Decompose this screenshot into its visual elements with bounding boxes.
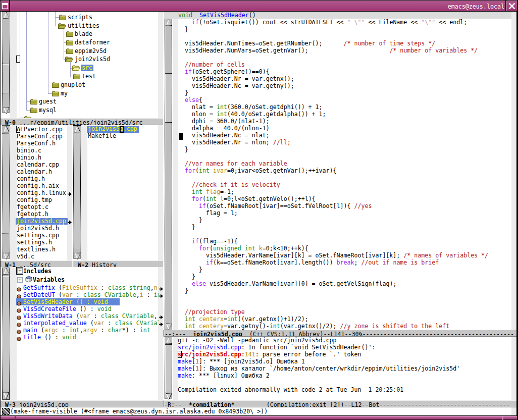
source-file-ParseConf.h[interactable]: ParseConf.h xyxy=(17,140,56,147)
method-item-5[interactable]: interpolated_value (var : class CVarial xyxy=(23,320,159,327)
output-line-2[interactable]: src/join2vis5d.cpp:141: parse error befo… xyxy=(178,351,460,358)
tree-item-test[interactable]: test xyxy=(81,73,97,80)
code-line-13[interactable]: nlon = int(40.0/oSet.getdalpha()) + 1; xyxy=(178,111,488,118)
code-line-10[interactable]: } xyxy=(178,89,488,96)
method-item-0[interactable]: GetSuffix (FileSuffix : class string,nl xyxy=(23,285,159,291)
compilation-window[interactable]: g++ -c -O2 -Wall -pedantic src/join2vis5… xyxy=(163,337,511,400)
echo-area[interactable]: (make-frame-visible (#<frame emacs@zeus.… xyxy=(1,407,511,415)
compilation-output[interactable]: g++ -c -O2 -Wall -pedantic src/join2vis5… xyxy=(178,337,460,393)
output-line-7[interactable]: Compilation exited abnormally with code … xyxy=(178,386,460,393)
tree-scrollbar-thumb[interactable] xyxy=(3,64,9,93)
editor-scrollbar-thumb[interactable] xyxy=(165,73,172,123)
tree-item-utilities[interactable]: utilities xyxy=(67,23,100,29)
code-line-39[interactable] xyxy=(178,294,488,301)
methods-group-variables[interactable]: Variables xyxy=(33,277,65,283)
history-item-join2vis5d.cpp[interactable]: join2vis5d.cpp xyxy=(87,126,139,133)
code-line-26[interactable]: if(oSet.fNameRoot[ivar]==oSet.fVelRoot[l… xyxy=(178,202,488,209)
code-line-22[interactable] xyxy=(178,174,488,181)
output-line-0[interactable]: g++ -c -O2 -Wall -pedantic src/join2vis5… xyxy=(178,337,460,344)
code-line-33[interactable]: vis5dHeader.VarName[ivar][k] = oSet.fNam… xyxy=(178,252,488,259)
source-file-binio.c[interactable]: binio.c xyxy=(17,147,41,154)
code-line-32[interactable]: for(unsigned int k=0;k<10;++k){ xyxy=(178,245,488,252)
source-file-fgetopt.c[interactable]: fgetopt.c xyxy=(17,204,48,211)
ecb-methods-window[interactable]: IncludesVariablesGetSuffix (FileSuffix :… xyxy=(1,267,163,400)
code-line-29[interactable]: } xyxy=(178,224,488,231)
code-line-43[interactable]: int centery=var.getny()-int(var.getnx()/… xyxy=(178,323,488,330)
tree-item-gnuplot[interactable]: gnuplot xyxy=(60,82,86,88)
close-button[interactable] xyxy=(506,1,517,11)
code-line-27[interactable]: flag = l; xyxy=(178,209,488,217)
code-line-24[interactable]: int flag=-1; xyxy=(178,188,488,195)
code-line-7[interactable]: if(oSet.getSphere()==0){ xyxy=(178,68,488,75)
history-item-Makefile[interactable]: Makefile xyxy=(88,133,116,139)
window-titlebar[interactable]: emacs@zeus.local xyxy=(1,1,517,11)
source-file-calendar.h[interactable]: calendar.h xyxy=(17,169,52,175)
code-line-34[interactable]: if(k==oSet.fNameRoot[ivar].length()) bre… xyxy=(178,259,488,266)
method-item-2[interactable]: SetVis5dHeader () : void xyxy=(22,299,121,305)
source-file-settings.h[interactable]: settings.h xyxy=(17,239,52,246)
source-file-fgetopt.h[interactable]: fgetopt.h xyxy=(17,211,48,218)
output-line-3[interactable]: make[1]: *** [join2vis5d.o] Ошибка 1 xyxy=(178,358,460,365)
ecb-modeline-w3[interactable]: W-3 join2vis5d.cpp xyxy=(1,400,163,407)
tree-item-my[interactable]: my xyxy=(60,90,69,97)
tree-scrollbar[interactable] xyxy=(2,12,10,113)
source-file-ParseConf.cpp[interactable]: ParseConf.cpp xyxy=(17,133,63,140)
code-line-21[interactable]: for(int ivar=0;ivar<oSet.getnVar();++iva… xyxy=(178,167,488,174)
ecb-sources-window[interactable]: AEPvector.cppParseConf.cppParseConf.hbin… xyxy=(1,125,72,260)
editor-code[interactable]: if(!oSet.isquiet()) cout << strUTDATESET… xyxy=(178,19,488,330)
tree-item-guest[interactable]: guest xyxy=(38,98,58,105)
history-scrollbar[interactable] xyxy=(73,125,81,258)
output-line-6[interactable] xyxy=(178,379,460,386)
code-line-9[interactable]: vis5dHeader.Nc = var.getny(); xyxy=(178,82,488,89)
editor-window[interactable]: void SetVis5dHeader() if(!oSet.isquiet()… xyxy=(163,12,511,330)
ecb-modeline-w1[interactable]: W-1 ...5d/src xyxy=(1,260,72,268)
code-line-1[interactable]: } xyxy=(178,26,488,33)
ecb-directories-window[interactable]: scriptsutilitiesbladedataformereppim2v5d… xyxy=(1,12,163,118)
source-file-config.tmp[interactable]: config.tmp xyxy=(17,197,52,203)
titlebar-drag-area[interactable]: emacs@zeus.local xyxy=(10,1,505,11)
echo-area-grip[interactable] xyxy=(2,408,10,415)
compilation-modeline[interactable]: -R:-- *compilation* (Compilation:exit [2… xyxy=(164,400,516,407)
tree-item-src[interactable]: src xyxy=(81,65,93,71)
code-line-35[interactable]: } xyxy=(178,266,488,273)
source-file-join2vis5d.h[interactable]: join2vis5d.h xyxy=(17,225,59,232)
methods-scrollbar[interactable] xyxy=(2,268,10,400)
ecb-history-window[interactable]: join2vis5d.cppMakefile xyxy=(72,125,163,260)
code-line-18[interactable]: } xyxy=(178,146,488,153)
code-line-5[interactable] xyxy=(178,54,488,61)
code-line-36[interactable]: } xyxy=(178,273,488,280)
tree-item-eppim2v5d[interactable]: eppim2v5d xyxy=(74,48,108,55)
source-file-textlines.h[interactable]: textlines.h xyxy=(17,246,56,253)
methods-group-includes[interactable]: Includes xyxy=(23,268,51,275)
code-line-0[interactable]: if(!oSet.isquiet()) cout << strUTDATESET… xyxy=(178,19,488,26)
source-file-settings.cpp[interactable]: settings.cpp xyxy=(17,232,59,239)
output-line-4[interactable]: make[1]: Выход из каталог `/home/anton/c… xyxy=(178,365,460,372)
code-line-19[interactable] xyxy=(178,153,488,160)
tree-item-dataformer[interactable]: dataformer xyxy=(74,39,111,46)
code-line-2[interactable] xyxy=(178,33,488,40)
editor-modeline[interactable]: --:--- join2vis5d.cpp (C++ CVS:1.11 Abbr… xyxy=(164,330,516,337)
method-item-1[interactable]: SetDateUT (var : class CVariable,i : in xyxy=(23,292,159,298)
code-line-42[interactable]: int centerx=int((var.getnx()+1)/2); xyxy=(178,316,488,323)
tree-item-mysql[interactable]: mysql xyxy=(38,107,58,114)
ecb-modeline-w2[interactable]: W-2 History xyxy=(73,260,163,268)
method-item-7[interactable]: title () : void xyxy=(23,334,76,341)
code-line-16[interactable]: vis5dHeader.Nc = nlat; xyxy=(178,132,488,139)
code-line-38[interactable]: } xyxy=(178,287,488,294)
editor-scrollbar[interactable] xyxy=(165,19,172,330)
code-line-11[interactable]: else{ xyxy=(178,96,488,103)
window-resize-bar[interactable] xyxy=(1,415,517,419)
output-line-5[interactable]: make: *** [linux] Ошибка 2 xyxy=(178,372,460,379)
code-line-23[interactable]: //check if it is velocity xyxy=(178,181,488,188)
window-menu-button[interactable] xyxy=(1,1,9,11)
tree-item-blade[interactable]: blade xyxy=(74,31,93,37)
source-file-config.h.linux[interactable]: config.h.linux xyxy=(17,190,66,196)
history-scrollbar-thumb[interactable] xyxy=(74,133,80,249)
compilation-scrollbar-thumb[interactable] xyxy=(165,344,172,392)
code-line-4[interactable]: vis5dHeader.NumVars=oSet.getnVar(); /* n… xyxy=(178,47,488,54)
methods-scrollbar-thumb[interactable] xyxy=(3,276,9,390)
code-line-31[interactable]: if(flag==-1){ xyxy=(178,238,488,245)
ecb-modeline-w0[interactable]: W-0 ...r/eppim/utilities/join2vis5d/src xyxy=(1,118,163,125)
source-file-calendar.cpp[interactable]: calendar.cpp xyxy=(17,162,59,168)
sources-scrollbar-thumb[interactable] xyxy=(3,133,9,234)
